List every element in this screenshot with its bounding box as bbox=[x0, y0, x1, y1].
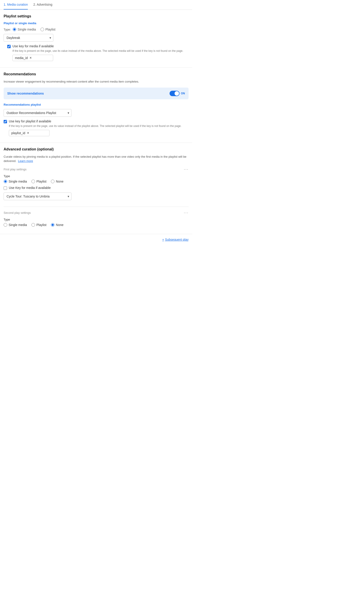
advanced-curation-description: Curate videos by pinning media to a play… bbox=[4, 155, 188, 163]
use-key-playlist-checkbox-row: Use key for playlist if available If the… bbox=[4, 119, 188, 136]
first-play-media-dropdown-wrap: Cycle Tour: Tuscany to Umbria ▾ bbox=[4, 192, 72, 200]
toggle-track[interactable] bbox=[169, 91, 180, 96]
first-play-more-icon[interactable]: ··· bbox=[184, 167, 188, 172]
media-key-clear-icon[interactable]: × bbox=[30, 56, 32, 60]
tabs-bar: 1. Media curation 2. Advertising bbox=[0, 0, 192, 10]
first-play-radio-group: Single media Playlist None bbox=[4, 180, 188, 183]
media-dropdown-wrap: Daybreak ▾ bbox=[4, 34, 53, 42]
first-play-radio-single[interactable]: Single media bbox=[4, 180, 27, 183]
use-key-playlist-hint: If the key is present on the page, use i… bbox=[9, 124, 182, 128]
second-play-radio-playlist[interactable]: Playlist bbox=[32, 223, 46, 227]
type-radio-group: Single media Playlist bbox=[13, 28, 55, 31]
divider bbox=[4, 207, 188, 207]
tab-advertising[interactable]: 2. Advertising bbox=[33, 0, 52, 9]
first-play-media-dropdown[interactable]: Cycle Tour: Tuscany to Umbria bbox=[4, 192, 72, 200]
use-key-hint: If the key is present on the page, use i… bbox=[13, 49, 183, 53]
subsequent-play-plus-icon: + bbox=[162, 238, 164, 241]
show-recommendations-label: Show recommendations bbox=[7, 92, 44, 95]
radio-playlist-label: Playlist bbox=[46, 28, 55, 31]
radio-playlist[interactable]: Playlist bbox=[40, 28, 55, 31]
first-play-type-label: Type bbox=[4, 174, 188, 178]
use-key-checkbox[interactable] bbox=[7, 45, 11, 48]
type-row: Type: Single media Playlist bbox=[4, 28, 188, 31]
playlist-key-clear-icon[interactable]: × bbox=[27, 131, 29, 135]
subsequent-play-link[interactable]: + Subsequent play bbox=[0, 234, 192, 245]
toggle-on-label: ON bbox=[181, 92, 185, 95]
second-play-more-icon[interactable]: ··· bbox=[184, 210, 188, 215]
radio-single-media-label: Single media bbox=[18, 28, 36, 31]
recommendations-description: Increase viewer engagement by recommendi… bbox=[4, 79, 188, 84]
recommendations-playlist-dropdown[interactable]: Outdoor Recommendations Playlist bbox=[4, 109, 72, 117]
use-key-playlist-checkbox[interactable] bbox=[4, 120, 7, 123]
radio-single-media[interactable]: Single media bbox=[13, 28, 36, 31]
recommendations-title: Recommendations bbox=[4, 72, 188, 76]
first-play-radio-none[interactable]: None bbox=[51, 180, 63, 183]
media-key-value: media_id bbox=[15, 56, 28, 60]
advanced-curation-section: Advanced curation (optional) Curate vide… bbox=[0, 143, 192, 234]
subsequent-play-label: Subsequent play bbox=[165, 238, 188, 241]
playlist-settings-section: Playlist settings Playlist or single med… bbox=[0, 10, 192, 67]
second-play-title: Second play settings bbox=[4, 211, 31, 215]
toggle-switch-group[interactable]: ON bbox=[169, 91, 185, 96]
use-key-checkbox-row: Use key for media if available If the ke… bbox=[7, 44, 188, 61]
playlist-key-value: playlist_id bbox=[11, 131, 25, 135]
advanced-curation-title: Advanced curation (optional) bbox=[4, 147, 188, 151]
media-dropdown[interactable]: Daybreak bbox=[4, 34, 53, 42]
type-label: Type: bbox=[4, 28, 11, 31]
media-key-input[interactable]: media_id × bbox=[13, 55, 53, 61]
playlist-settings-title: Playlist settings bbox=[4, 14, 188, 18]
playlist-key-input[interactable]: playlist_id × bbox=[9, 130, 50, 136]
second-play-radio-none[interactable]: None bbox=[51, 223, 63, 227]
second-play-header: Second play settings ··· bbox=[4, 210, 188, 215]
first-play-use-key-row: Use Key for media if available bbox=[4, 186, 188, 190]
second-play-radio-single[interactable]: Single media bbox=[4, 223, 27, 227]
toggle-knob bbox=[175, 91, 179, 96]
learn-more-link[interactable]: Learn more bbox=[18, 159, 33, 163]
first-play-use-key-checkbox[interactable] bbox=[4, 186, 7, 190]
second-play-radio-group: Single media Playlist None bbox=[4, 223, 188, 227]
show-recommendations-block: Show recommendations ON bbox=[4, 88, 188, 99]
second-play-settings: Second play settings ··· Type Single med… bbox=[4, 210, 188, 227]
first-play-header: First play settings ··· bbox=[4, 167, 188, 172]
tab-media-curation[interactable]: 1. Media curation bbox=[4, 0, 28, 9]
recommendations-section: Recommendations Increase viewer engageme… bbox=[0, 67, 192, 143]
use-key-label: Use key for media if available bbox=[13, 44, 183, 48]
recommendations-playlist-dropdown-wrap: Outdoor Recommendations Playlist ▾ bbox=[4, 109, 72, 117]
first-play-use-key-label: Use Key for media if available bbox=[9, 186, 51, 190]
first-play-settings: First play settings ··· Type Single medi… bbox=[4, 167, 188, 203]
second-play-type-label: Type bbox=[4, 218, 188, 221]
first-play-title: First play settings bbox=[4, 168, 26, 171]
use-key-playlist-label: Use key for playlist if available bbox=[9, 119, 182, 123]
recommendations-playlist-subtitle: Recommendations playlist bbox=[4, 103, 188, 106]
first-play-radio-playlist[interactable]: Playlist bbox=[32, 180, 46, 183]
playlist-or-single-subtitle: Playlist or single media bbox=[4, 21, 188, 25]
